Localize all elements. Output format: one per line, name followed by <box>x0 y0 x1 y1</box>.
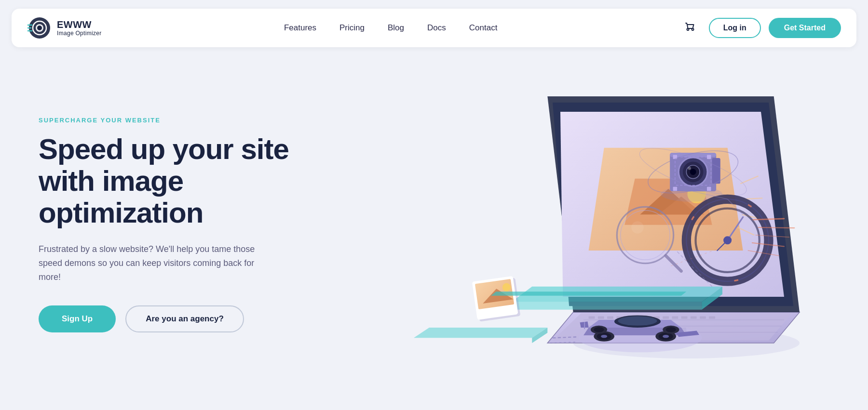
svg-rect-15 <box>607 317 613 319</box>
svg-marker-42 <box>512 302 702 310</box>
nav-contact[interactable]: Contact <box>469 23 498 33</box>
hero-tagline: SUPERCHARGE YOUR WEBSITE <box>39 117 289 124</box>
svg-rect-23 <box>681 317 688 319</box>
nav-blog[interactable]: Blog <box>388 23 404 33</box>
login-button[interactable]: Log in <box>709 18 761 38</box>
svg-marker-43 <box>414 328 547 338</box>
svg-point-62 <box>666 327 676 332</box>
hero-illustration <box>309 75 829 374</box>
cart-button[interactable] <box>680 17 701 39</box>
svg-point-3 <box>37 26 42 30</box>
svg-point-58 <box>663 335 669 338</box>
svg-rect-73 <box>712 158 720 184</box>
nav-links: Features Pricing Blog Docs Contact <box>284 23 497 33</box>
illustration-wrapper <box>309 66 858 374</box>
logo-text: EWWW Image Optimizer <box>57 19 102 37</box>
nav-features[interactable]: Features <box>284 23 316 33</box>
svg-point-60 <box>594 327 604 332</box>
logo-subtitle: Image Optimizer <box>57 30 102 37</box>
hero-content: SUPERCHARGE YOUR WEBSITE Speed up your s… <box>39 117 309 332</box>
get-started-button[interactable]: Get Started <box>769 18 841 38</box>
navbar: EWWW Image Optimizer Features Pricing Bl… <box>12 9 856 47</box>
hero-svg <box>309 66 858 374</box>
svg-rect-26 <box>709 317 715 319</box>
svg-line-100 <box>759 227 795 228</box>
svg-marker-106 <box>491 291 686 296</box>
hero-section: SUPERCHARGE YOUR WEBSITE Speed up your s… <box>0 56 868 403</box>
svg-point-71 <box>690 169 696 175</box>
agency-button[interactable]: Are you an agency? <box>125 305 244 332</box>
svg-point-91 <box>631 221 644 234</box>
cart-icon <box>684 22 697 34</box>
svg-point-55 <box>601 335 607 338</box>
hero-description: Frustrated by a slow website? We'll help… <box>39 242 270 284</box>
svg-rect-76 <box>707 155 711 159</box>
logo-icon <box>27 15 52 40</box>
svg-rect-22 <box>672 317 678 319</box>
svg-rect-78 <box>707 187 711 191</box>
nav-docs[interactable]: Docs <box>427 23 446 33</box>
nav-pricing[interactable]: Pricing <box>339 23 365 33</box>
svg-point-72 <box>688 167 691 170</box>
svg-point-49 <box>618 317 657 326</box>
nav-actions: Log in Get Started <box>680 17 841 39</box>
hero-title: Speed up your site with image optimizati… <box>39 133 289 229</box>
svg-rect-25 <box>700 317 706 319</box>
svg-rect-21 <box>663 317 669 319</box>
svg-rect-14 <box>598 317 604 319</box>
signup-button[interactable]: Sign Up <box>39 305 116 332</box>
svg-rect-13 <box>589 317 595 319</box>
hero-buttons: Sign Up Are you an agency? <box>39 305 289 332</box>
logo-title: EWWW <box>57 19 102 30</box>
svg-rect-24 <box>691 317 697 319</box>
logo[interactable]: EWWW Image Optimizer <box>27 15 102 40</box>
svg-point-86 <box>723 236 732 244</box>
svg-rect-77 <box>673 187 678 191</box>
